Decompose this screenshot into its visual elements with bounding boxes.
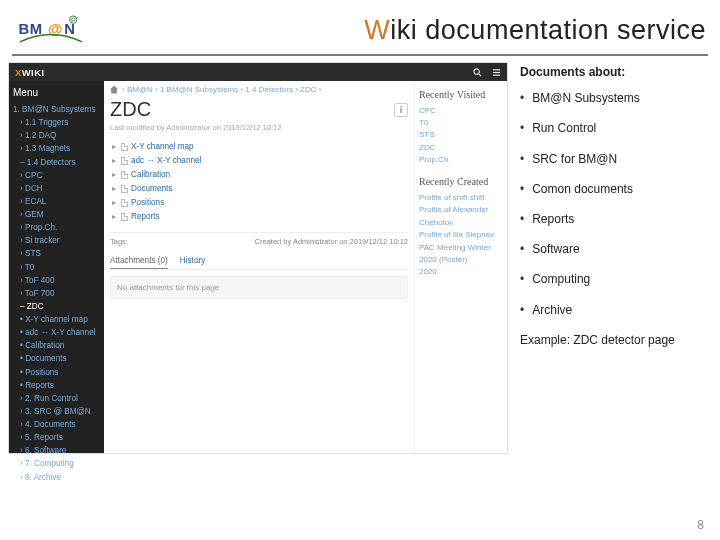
sidebar-heading: Menu xyxy=(13,85,102,101)
created-by: Created by Administrator on 2019/12/12 1… xyxy=(255,237,408,246)
sidebar-item[interactable]: › CPC xyxy=(13,169,102,182)
recently-visited-item[interactable]: ZDC xyxy=(419,142,505,154)
sidebar-item[interactable]: › Si tracker xyxy=(13,234,102,247)
tree-item[interactable]: ▸X-Y channel map xyxy=(110,140,408,154)
tree-item[interactable]: ▸Positions xyxy=(110,196,408,210)
recently-created-heading: Recently Created xyxy=(419,174,505,190)
bmn-logo: BM @ N xyxy=(14,12,88,48)
page-icon xyxy=(121,199,128,207)
recently-created-item[interactable]: PAC Meeting Winter 2020 (Poster) xyxy=(419,242,505,267)
bullet-panel: Documents about: •BM@N Subsystems•Run Co… xyxy=(514,62,712,454)
page-number: 8 xyxy=(697,518,704,532)
breadcrumb[interactable]: › BM@N › 1 BM@N Subsystems › 1.4 Detecto… xyxy=(110,85,408,94)
sidebar-item[interactable]: › DCH xyxy=(13,182,102,195)
sidebar-item[interactable]: › 8. Archive xyxy=(13,471,102,484)
wiki-right-column: Recently Visited CPCT0STSZDCProp.Ch. Rec… xyxy=(415,81,507,453)
tab-attachments[interactable]: Attachments (0) xyxy=(110,256,168,269)
page-icon xyxy=(121,213,128,221)
tab-history[interactable]: History xyxy=(180,256,205,269)
svg-point-6 xyxy=(474,68,479,73)
sidebar-item[interactable]: • Documents xyxy=(13,352,102,365)
bullet-item: •Software xyxy=(520,241,708,257)
example-caption: Example: ZDC detector page xyxy=(520,332,708,348)
bullet-list: •BM@N Subsystems•Run Control•SRC for BM@… xyxy=(520,90,708,318)
sidebar-item[interactable]: › ToF 400 xyxy=(13,274,102,287)
sidebar-item[interactable]: › ToF 700 xyxy=(13,287,102,300)
sidebar-item[interactable]: › GEM xyxy=(13,208,102,221)
child-page-tree: ▸X-Y channel map▸adc ↔ X-Y channel▸Calib… xyxy=(110,140,408,224)
recently-created-item[interactable]: Profile of shift shift xyxy=(419,192,505,204)
recently-created-item[interactable]: 2020 xyxy=(419,266,505,278)
tree-item[interactable]: ▸Reports xyxy=(110,210,408,224)
sidebar-item[interactable]: – 1.4 Detectors xyxy=(13,156,102,169)
bullet-item: •SRC for BM@N xyxy=(520,151,708,167)
sidebar-item[interactable]: › ECAL xyxy=(13,195,102,208)
sidebar-item[interactable]: • Calibration xyxy=(13,339,102,352)
wiki-main: › BM@N › 1 BM@N Subsystems › 1.4 Detecto… xyxy=(104,81,415,453)
content-tabs: Attachments (0) History xyxy=(110,256,408,270)
tags-label: Tags: xyxy=(110,237,128,246)
hamburger-icon[interactable] xyxy=(492,68,501,77)
tree-item[interactable]: ▸Documents xyxy=(110,182,408,196)
page-icon xyxy=(121,171,128,179)
sidebar-item[interactable]: › 1.2 DAQ xyxy=(13,129,102,142)
page-title: ZDC xyxy=(110,98,408,121)
sidebar-item[interactable]: 1. BM@N Subsystems xyxy=(13,103,102,116)
bullet-item: •BM@N Subsystems xyxy=(520,90,708,106)
sidebar-item[interactable]: › 7. Computing xyxy=(13,457,102,470)
recently-visited-heading: Recently Visited xyxy=(419,87,505,103)
page-icon xyxy=(121,143,128,151)
bullet-item: •Comon documents xyxy=(520,181,708,197)
bullet-item: •Run Control xyxy=(520,120,708,136)
sidebar-item[interactable]: › STS xyxy=(13,247,102,260)
info-button[interactable]: i xyxy=(394,103,408,117)
bullet-item: •Computing xyxy=(520,271,708,287)
wiki-sidebar: Menu 1. BM@N Subsystems› 1.1 Triggers› 1… xyxy=(9,81,104,453)
wiki-screenshot: XWIKI Menu 1. BM@N Subsystems› 1.1 Trigg… xyxy=(8,62,508,454)
header-divider xyxy=(12,54,708,56)
bullets-heading: Documents about: xyxy=(520,64,708,80)
svg-text:N: N xyxy=(64,21,75,37)
search-icon[interactable] xyxy=(473,68,482,77)
bullet-item: •Archive xyxy=(520,302,708,318)
sidebar-item[interactable]: › 4. Documents xyxy=(13,418,102,431)
sidebar-item[interactable]: › 5. Reports xyxy=(13,431,102,444)
sidebar-item[interactable]: › 2. Run Control xyxy=(13,392,102,405)
recently-visited-item[interactable]: Prop.Ch. xyxy=(419,154,505,166)
page-icon xyxy=(121,185,128,193)
tree-item[interactable]: ▸Calibration xyxy=(110,168,408,182)
sidebar-item[interactable]: • X-Y channel map xyxy=(13,313,102,326)
sidebar-item[interactable]: › 6. Software xyxy=(13,444,102,457)
sidebar-item[interactable]: • Reports xyxy=(13,379,102,392)
bmn-logo-icon: BM @ N xyxy=(14,12,88,48)
sidebar-item[interactable]: › T0 xyxy=(13,261,102,274)
recently-visited-item[interactable]: T0 xyxy=(419,117,505,129)
tree-item[interactable]: ▸adc ↔ X-Y channel xyxy=(110,154,408,168)
wiki-topbar: XWIKI xyxy=(9,63,507,81)
recently-created-item[interactable]: Profile of Alexander Chebotov xyxy=(419,204,505,229)
sidebar-item[interactable]: › 3. SRC @ BM@N xyxy=(13,405,102,418)
last-modified: Last modified by Administrator on 2019/1… xyxy=(110,123,408,132)
no-attachments-message: No attachments for this page xyxy=(110,276,408,299)
home-icon[interactable] xyxy=(110,86,118,94)
sidebar-item[interactable]: › 1.1 Triggers xyxy=(13,116,102,129)
page-icon xyxy=(121,157,128,165)
sidebar-item[interactable]: – ZDC xyxy=(13,300,102,313)
recently-visited-item[interactable]: CPC xyxy=(419,105,505,117)
svg-line-7 xyxy=(479,73,482,76)
recently-created-item[interactable]: Profile of Ilia Slepnev xyxy=(419,229,505,241)
sidebar-item[interactable]: • Positions xyxy=(13,366,102,379)
sidebar-item[interactable]: › Prop.Ch. xyxy=(13,221,102,234)
sidebar-item[interactable]: • adc ↔ X-Y channel xyxy=(13,326,102,339)
sidebar-item[interactable]: › 1.3 Magnets xyxy=(13,142,102,155)
bullet-item: •Reports xyxy=(520,211,708,227)
slide-title: Wiki documentation service xyxy=(364,15,706,46)
xwiki-logo: XWIKI xyxy=(15,67,44,78)
recently-visited-item[interactable]: STS xyxy=(419,129,505,141)
